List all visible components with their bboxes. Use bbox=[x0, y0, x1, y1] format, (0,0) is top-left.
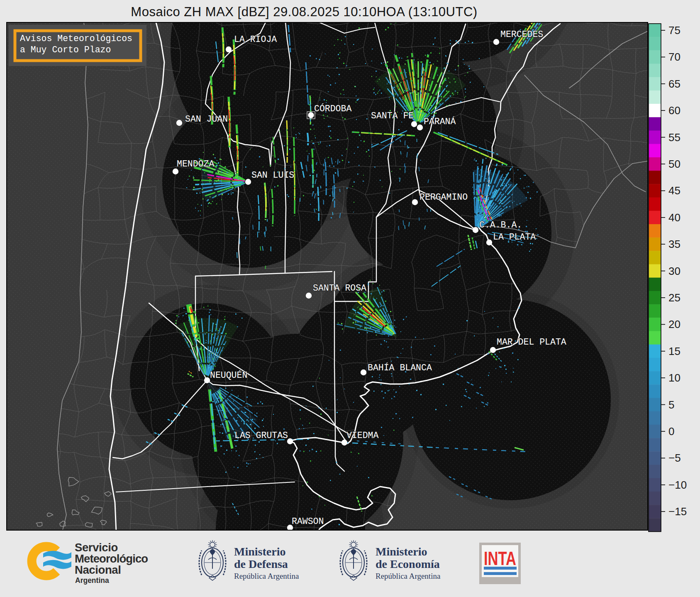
svg-text:Avisos Meteorológicos: Avisos Meteorológicos bbox=[20, 34, 132, 44]
svg-text:−15: −15 bbox=[668, 505, 687, 518]
svg-text:5: 5 bbox=[668, 399, 674, 411]
svg-text:40: 40 bbox=[668, 211, 680, 224]
svg-text:0: 0 bbox=[668, 425, 674, 438]
svg-text:MAR DEL PLATA: MAR DEL PLATA bbox=[497, 337, 566, 347]
svg-text:75: 75 bbox=[668, 24, 680, 37]
svg-text:50: 50 bbox=[668, 158, 680, 170]
svg-text:CÓRDOBA: CÓRDOBA bbox=[314, 103, 351, 114]
svg-text:PARANÁ: PARANÁ bbox=[424, 116, 456, 127]
svg-text:30: 30 bbox=[668, 265, 680, 277]
svg-text:LAS GRUTAS: LAS GRUTAS bbox=[234, 431, 288, 440]
svg-text:25: 25 bbox=[668, 291, 680, 304]
svg-text:de Economía: de Economía bbox=[376, 558, 440, 570]
svg-text:35: 35 bbox=[668, 238, 680, 250]
svg-text:15: 15 bbox=[668, 345, 680, 357]
svg-text:LA PLATA: LA PLATA bbox=[493, 232, 536, 242]
svg-text:SANTA FE: SANTA FE bbox=[371, 111, 414, 121]
svg-text:BAHÍA BLANCA: BAHÍA BLANCA bbox=[368, 362, 432, 373]
svg-text:20: 20 bbox=[668, 318, 680, 330]
svg-text:10: 10 bbox=[668, 372, 680, 384]
svg-text:SAN JUAN: SAN JUAN bbox=[185, 114, 228, 124]
svg-text:Ministerio: Ministerio bbox=[376, 545, 427, 558]
svg-text:SANTA ROSA: SANTA ROSA bbox=[313, 283, 366, 293]
svg-text:Argentina: Argentina bbox=[75, 576, 109, 585]
svg-text:SAN LUIS: SAN LUIS bbox=[251, 170, 294, 180]
svg-text:a Muy Corto Plazo: a Muy Corto Plazo bbox=[20, 45, 111, 55]
svg-text:de Defensa: de Defensa bbox=[234, 558, 288, 570]
svg-text:45: 45 bbox=[668, 184, 680, 197]
svg-text:55: 55 bbox=[668, 131, 680, 144]
svg-text:MENDOZA: MENDOZA bbox=[177, 159, 214, 169]
svg-text:PERGAMINO: PERGAMINO bbox=[420, 192, 468, 202]
svg-text:60: 60 bbox=[668, 104, 680, 117]
svg-text:RAWSON: RAWSON bbox=[292, 516, 324, 526]
svg-text:INTA: INTA bbox=[484, 548, 516, 569]
svg-text:Nacional: Nacional bbox=[75, 563, 121, 576]
svg-text:NEUQUÉN: NEUQUÉN bbox=[210, 370, 247, 380]
svg-text:República Argentina: República Argentina bbox=[234, 572, 299, 580]
svg-text:65: 65 bbox=[668, 78, 680, 90]
svg-text:MERCEDES: MERCEDES bbox=[500, 29, 543, 39]
svg-text:Mosaico ZH MAX [dBZ] 29.08.202: Mosaico ZH MAX [dBZ] 29.08.2025 10:10HOA… bbox=[131, 5, 477, 19]
svg-text:70: 70 bbox=[668, 51, 680, 63]
svg-text:Ministerio: Ministerio bbox=[234, 545, 285, 558]
svg-text:−5: −5 bbox=[668, 452, 681, 464]
svg-text:República Argentina: República Argentina bbox=[376, 572, 441, 580]
svg-text:VIEDMA: VIEDMA bbox=[346, 431, 379, 440]
svg-text:LA RIOJA: LA RIOJA bbox=[234, 34, 277, 44]
svg-text:C.A.B.A.: C.A.B.A. bbox=[479, 220, 522, 230]
svg-text:−10: −10 bbox=[668, 479, 687, 491]
